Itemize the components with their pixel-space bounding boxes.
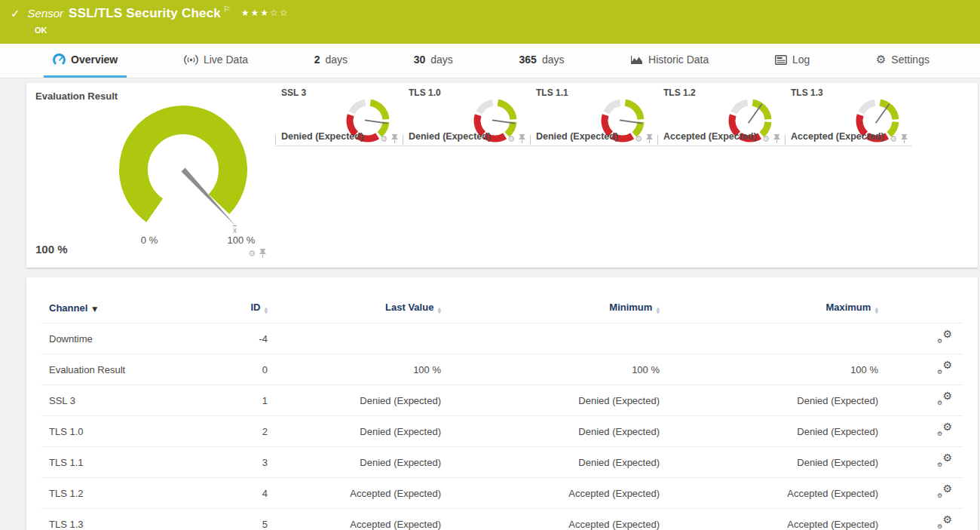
gear-icon[interactable]: ⚙ — [507, 135, 515, 143]
gear-icon[interactable]: ⚙ — [380, 135, 387, 143]
tab-30-days[interactable]: 30 days — [405, 44, 462, 78]
gauge-title: TLS 1.2 — [663, 87, 696, 98]
channel-last-value: Accepted (Expected) — [268, 509, 441, 530]
pin-icon[interactable] — [519, 134, 525, 143]
col-header-actions — [878, 290, 963, 323]
channel-minimum: Denied (Expected) — [441, 385, 660, 416]
channel-status-value: Accepted (Expected) — [663, 131, 757, 142]
channel-gauge-tile[interactable]: TLS 1.1Denied (Expected)⚙ — [530, 83, 657, 146]
channel-gauge-tile[interactable]: TLS 1.2Accepted (Expected)⚙ — [657, 83, 785, 146]
gauge-icon — [53, 54, 66, 66]
tab-historic-data[interactable]: Historic Data — [621, 44, 718, 78]
tab-log[interactable]: Log — [766, 44, 819, 78]
tab-365-days[interactable]: 365 days — [510, 44, 574, 78]
channel-last-value: 100 % — [268, 354, 441, 385]
pin-icon[interactable] — [646, 134, 653, 143]
pin-icon[interactable] — [901, 134, 908, 143]
tab-2-days[interactable]: 2 days — [305, 44, 357, 78]
channel-settings-gears-icon[interactable]: ⚙⚙ — [937, 331, 952, 344]
tab-settings[interactable]: ⚙ Settings — [867, 44, 939, 78]
channel-gauge-tile[interactable]: SSL 3Denied (Expected)⚙ — [275, 83, 403, 146]
channel-status-value: Denied (Expected) — [536, 131, 618, 142]
channel-minimum: Denied (Expected) — [441, 447, 660, 478]
table-row[interactable]: Evaluation Result 0 100 % 100 % 100 % ⚙⚙ — [41, 354, 963, 385]
channel-settings-gears-icon[interactable]: ⚙⚙ — [937, 362, 952, 375]
channel-gauge-tile[interactable]: TLS 1.0Denied (Expected)⚙ — [403, 83, 530, 146]
channel-maximum — [660, 323, 878, 354]
flag-icon[interactable]: ⚐ — [223, 5, 231, 14]
channel-settings-gears-icon[interactable]: ⚙⚙ — [937, 393, 952, 406]
gear-icon[interactable]: ⚙ — [890, 135, 897, 143]
channel-id: 2 — [222, 416, 268, 447]
channel-name[interactable]: Downtime — [41, 323, 222, 354]
tab-number: 30 — [414, 54, 426, 66]
col-header-channel[interactable]: Channel▼ — [41, 290, 222, 323]
table-row[interactable]: TLS 1.3 5 Accepted (Expected) Accepted (… — [41, 509, 963, 530]
channel-maximum: Denied (Expected) — [660, 447, 878, 478]
sort-icon: ▲▼ — [264, 306, 268, 314]
channel-settings-gears-icon[interactable]: ⚙⚙ — [937, 455, 952, 467]
channel-maximum: 100 % — [660, 354, 878, 385]
broadcast-icon — [184, 54, 198, 66]
table-row[interactable]: TLS 1.1 3 Denied (Expected) Denied (Expe… — [41, 447, 963, 478]
table-row[interactable]: TLS 1.2 4 Accepted (Expected) Accepted (… — [41, 478, 963, 509]
channel-name[interactable]: Evaluation Result — [41, 354, 222, 385]
tab-live-data[interactable]: Live Data — [175, 44, 257, 78]
channel-settings-gears-icon[interactable]: ⚙⚙ — [937, 516, 952, 529]
gear-icon[interactable]: ⚙ — [762, 135, 770, 143]
channel-minimum — [441, 323, 660, 354]
channel-maximum: Accepted (Expected) — [660, 478, 878, 509]
channels-panel: Channel▼ ID▲▼ Last Value▲▼ Minimum▲▼ Max… — [26, 277, 978, 530]
channel-minimum: Accepted (Expected) — [441, 478, 660, 509]
tab-overview[interactable]: Overview — [44, 44, 127, 78]
evaluation-result-gauge-tile[interactable]: Evaluation Result x 0 % 100 % 100 % ⚙ — [26, 83, 275, 268]
channel-minimum: 100 % — [441, 354, 660, 385]
tab-label: Settings — [891, 54, 929, 66]
gauge-title: TLS 1.3 — [791, 87, 823, 98]
sensor-title: SSL/TLS Security Check — [69, 6, 221, 21]
col-header-last-value[interactable]: Last Value▲▼ — [268, 290, 441, 323]
table-row[interactable]: TLS 1.0 2 Denied (Expected) Denied (Expe… — [41, 416, 963, 447]
col-header-maximum[interactable]: Maximum▲▼ — [660, 290, 878, 323]
pin-icon[interactable] — [773, 134, 780, 143]
sensor-status-badge: OK — [35, 26, 47, 35]
tab-number: 365 — [519, 54, 537, 66]
tab-label: Live Data — [204, 54, 248, 66]
gear-icon[interactable]: ⚙ — [635, 135, 642, 143]
channel-last-value: Accepted (Expected) — [268, 478, 441, 509]
channel-last-value: Denied (Expected) — [268, 385, 441, 416]
channel-name[interactable]: TLS 1.3 — [41, 509, 222, 530]
channel-maximum: Denied (Expected) — [660, 416, 878, 447]
channel-last-value: Denied (Expected) — [268, 447, 441, 478]
sensor-type-label: Sensor — [28, 7, 64, 20]
gauge-scale-max: 100 % — [219, 234, 264, 246]
channel-settings-gears-icon[interactable]: ⚙⚙ — [937, 424, 952, 437]
tab-label: days — [430, 54, 453, 66]
gear-icon[interactable]: ⚙ — [248, 250, 256, 258]
channel-id: 3 — [222, 447, 268, 478]
pin-icon[interactable] — [391, 134, 398, 143]
sort-icon: ▲▼ — [656, 306, 660, 314]
channel-name[interactable]: TLS 1.1 — [41, 447, 222, 478]
col-header-minimum[interactable]: Minimum▲▼ — [441, 290, 660, 323]
channel-gauge-tile[interactable]: TLS 1.3Accepted (Expected)⚙ — [785, 83, 912, 146]
channel-settings-gears-icon[interactable]: ⚙⚙ — [937, 486, 952, 498]
tab-label: days — [326, 54, 348, 66]
channel-name[interactable]: TLS 1.0 — [41, 416, 222, 447]
channel-name[interactable]: SSL 3 — [41, 385, 222, 416]
col-header-id[interactable]: ID▲▼ — [222, 290, 268, 323]
caret-down-icon: ▼ — [92, 305, 97, 313]
channel-id: 1 — [222, 385, 268, 416]
channel-id: 5 — [222, 509, 268, 530]
channel-minimum: Accepted (Expected) — [441, 509, 660, 530]
table-row[interactable]: SSL 3 1 Denied (Expected) Denied (Expect… — [41, 385, 963, 416]
priority-stars[interactable]: ★★★☆☆ — [241, 8, 289, 18]
status-ok-check-icon: ✓ — [11, 7, 20, 20]
table-row[interactable]: Downtime -4 ⚙⚙ — [41, 323, 963, 354]
pin-icon[interactable] — [259, 249, 266, 258]
channel-last-value: Denied (Expected) — [268, 416, 441, 447]
tab-number: 2 — [314, 54, 320, 66]
channel-status-value: Denied (Expected) — [409, 131, 491, 142]
channel-last-value — [268, 323, 441, 354]
channel-name[interactable]: TLS 1.2 — [41, 478, 222, 509]
